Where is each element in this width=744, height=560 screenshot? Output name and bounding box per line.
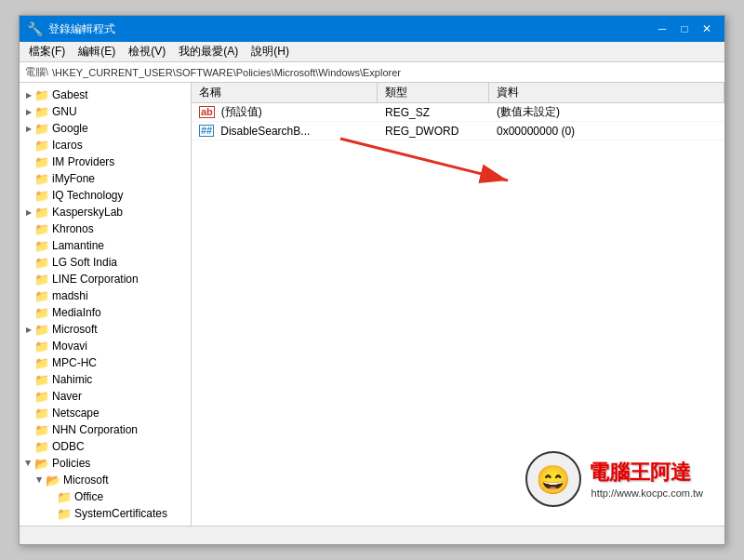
detail-header: 名稱 類型 資料 — [192, 83, 724, 103]
col-header-type[interactable]: 類型 — [378, 83, 489, 102]
tree-arrow-icon — [23, 140, 34, 151]
maximize-button[interactable]: □ — [674, 20, 695, 37]
minimize-button[interactable]: ─ — [652, 20, 672, 37]
menu-item-我的最愛[interactable]: 我的最愛(A) — [173, 42, 244, 61]
tree-item[interactable]: ▶📁Gabest — [20, 87, 191, 103]
tree-item-label: Movavi — [52, 340, 87, 353]
folder-icon: 📁 — [34, 273, 49, 287]
tree-arrow-icon — [23, 257, 34, 268]
tree-item[interactable]: 📁SystemCertificates — [20, 505, 191, 522]
folder-icon: 📁 — [57, 507, 72, 521]
tree-item[interactable]: 📁Movavi — [20, 338, 191, 354]
tree-arrow-icon: ▶ — [46, 525, 57, 526]
menu-bar: 檔案(F)編輯(E)檢視(V)我的最愛(A)說明(H) — [20, 42, 724, 62]
menu-item-說明[interactable]: 說明(H) — [246, 42, 295, 61]
tree-item-label: Microsoft — [52, 323, 98, 336]
col-header-data[interactable]: 資料 — [489, 83, 724, 102]
tree-item[interactable]: ▶📁KasperskyLab — [20, 204, 191, 220]
tree-item-label: MediaInfo — [52, 306, 101, 319]
tree-item[interactable]: 📁MediaInfo — [20, 304, 191, 321]
app-icon: 🔧 — [27, 21, 43, 36]
address-bar: 電腦\ \HKEY_CURRENT_USER\SOFTWARE\Policies… — [20, 62, 724, 83]
tree-item-label: Policies — [52, 457, 90, 470]
cell-data: 0x00000000 (0) — [489, 125, 724, 138]
menu-item-編輯[interactable]: 編輯(E) — [73, 42, 121, 61]
tree-item-label: Gabest — [52, 88, 88, 101]
address-path: \HKEY_CURRENT_USER\SOFTWARE\Policies\Mic… — [52, 67, 401, 78]
tree-item[interactable]: 📁IQ Technology — [20, 187, 191, 204]
tree-item[interactable]: 📁Icaros — [20, 137, 191, 153]
tree-item-label: Lamantine — [52, 239, 104, 252]
tree-arrow-icon — [23, 307, 34, 318]
tree-item[interactable]: 📁Office — [20, 488, 191, 505]
tree-item-label: IQ Technology — [52, 189, 124, 202]
tree-item[interactable]: 📁madshi — [20, 287, 191, 304]
cell-data: (數值未設定) — [489, 104, 724, 120]
detail-rows: ab(預設值)REG_SZ(數值未設定)##DisableSearchB...R… — [192, 103, 724, 526]
tree-item-label: GNU — [52, 105, 77, 118]
folder-icon: 📁 — [57, 490, 72, 504]
menu-item-檔案[interactable]: 檔案(F) — [23, 42, 71, 61]
tree-panel[interactable]: ▶📁Gabest▶📁GNU▶📁Google📁Icaros📁IM Provider… — [20, 83, 192, 526]
tree-item[interactable]: 📁ODBC — [20, 438, 191, 455]
cell-name-text: (預設值) — [221, 104, 262, 120]
tree-arrow-icon — [46, 491, 57, 502]
close-button[interactable]: ✕ — [697, 20, 717, 37]
tree-item[interactable]: 📁iMyFone — [20, 170, 191, 187]
tree-item[interactable]: 📁Nahimic — [20, 371, 191, 388]
tree-arrow-icon — [23, 407, 34, 419]
folder-icon: 📁 — [34, 440, 49, 454]
tree-item[interactable]: ▶📁Google — [20, 120, 191, 137]
tree-item-label: IM Providers — [52, 155, 114, 168]
status-bar — [20, 526, 724, 544]
tree-arrow-icon — [23, 441, 34, 452]
tree-item[interactable]: 📁IM Providers — [20, 153, 191, 170]
col-header-name[interactable]: 名稱 — [192, 83, 378, 102]
tree-arrow-icon — [23, 424, 34, 435]
tree-arrow-icon: ▶ — [23, 106, 34, 117]
folder-icon: 📁 — [34, 139, 49, 153]
folder-icon: 📁 — [34, 239, 49, 253]
cell-type: REG_DWORD — [378, 125, 489, 138]
folder-icon: 📁 — [34, 105, 49, 119]
main-content: ▶📁Gabest▶📁GNU▶📁Google📁Icaros📁IM Provider… — [20, 83, 724, 526]
folder-icon: 📁 — [34, 172, 49, 186]
tree-item-label: Naver — [52, 390, 82, 403]
title-bar-left: 🔧 登錄編輯程式 — [27, 21, 115, 37]
detail-panel: 名稱 類型 資料 ab(預設值)REG_SZ(數值未設定)##DisableSe… — [192, 83, 724, 526]
table-row[interactable]: ##DisableSearchB...REG_DWORD0x00000000 (… — [192, 122, 724, 140]
folder-icon: 📁 — [34, 189, 49, 203]
tree-arrow-icon — [23, 173, 34, 184]
reg-value-icon: ab — [199, 106, 215, 118]
tree-item[interactable]: 📁NHN Corporation — [20, 421, 191, 438]
table-row[interactable]: ab(預設值)REG_SZ(數值未設定) — [192, 103, 724, 122]
tree-item-label: Khronos — [52, 222, 94, 235]
cell-name: ##DisableSearchB... — [192, 125, 378, 138]
tree-item[interactable]: ▶📂Policies — [20, 455, 191, 472]
tree-arrow-icon: ▶ — [23, 123, 34, 134]
tree-item[interactable]: ▶📁GNU — [20, 103, 191, 120]
tree-item[interactable]: 📁Naver — [20, 388, 191, 405]
tree-item[interactable]: 📁Lamantine — [20, 237, 191, 254]
tree-arrow-icon — [23, 223, 34, 234]
tree-arrow-icon — [23, 240, 34, 251]
menu-item-檢視[interactable]: 檢視(V) — [123, 42, 171, 61]
cell-type: REG_SZ — [378, 106, 489, 119]
tree-item[interactable]: 📁LG Soft India — [20, 254, 191, 271]
tree-item-label: iMyFone — [52, 172, 95, 185]
title-bar: 🔧 登錄編輯程式 ─ □ ✕ — [20, 16, 724, 42]
tree-item[interactable]: ▶📂Microsoft — [20, 472, 191, 488]
tree-item[interactable]: 📁LINE Corporation — [20, 271, 191, 287]
folder-icon: 📁 — [34, 390, 49, 404]
folder-icon: 📁 — [34, 122, 49, 136]
folder-icon: 📁 — [34, 256, 49, 270]
tree-arrow-icon: ▶ — [34, 474, 46, 486]
title-controls: ─ □ ✕ — [652, 20, 717, 37]
tree-item[interactable]: 📁MPC-HC — [20, 354, 191, 371]
folder-icon: 📁 — [34, 289, 49, 303]
tree-item[interactable]: 📁Netscape — [20, 405, 191, 421]
tree-item[interactable]: 📁Khronos — [20, 220, 191, 237]
folder-icon: 📁 — [34, 222, 49, 236]
tree-item[interactable]: ▶📁Microsoft — [20, 321, 191, 338]
folder-icon: 📁 — [34, 356, 49, 370]
